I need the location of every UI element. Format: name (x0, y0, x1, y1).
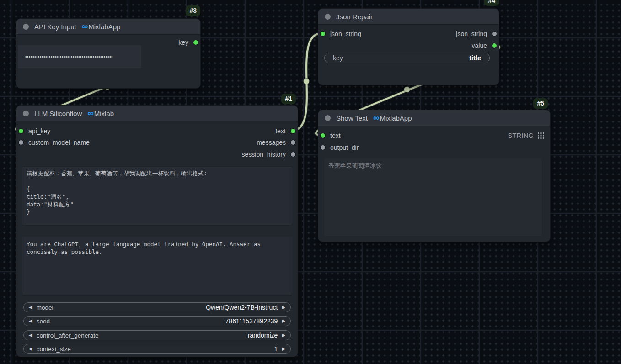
node-header[interactable]: LLM Siliconflow ∞ Mixlab (16, 106, 298, 121)
widget-key[interactable]: key title (324, 53, 490, 63)
increment-arrow-icon[interactable]: ▶ (282, 305, 285, 310)
input-port-text[interactable] (321, 133, 325, 138)
mixlab-infinity-icon: ∞ (82, 23, 88, 30)
node-header[interactable]: API Key Input ∞ MixlabApp (16, 19, 200, 35)
decrement-arrow-icon[interactable]: ◀ (29, 347, 32, 351)
mixlab-infinity-icon: ∞ (373, 115, 380, 121)
collapse-dot-icon[interactable] (23, 111, 29, 116)
collapse-dot-icon[interactable] (325, 14, 331, 20)
output-port-messages[interactable] (291, 140, 295, 145)
node-id-badge: #4 (484, 0, 499, 6)
output-row-session_history: session_history (242, 150, 296, 159)
input-port-api_key[interactable] (19, 129, 23, 133)
output-row-key: key (178, 38, 198, 47)
input-row-text: text (321, 131, 341, 140)
output-row-json_string: json_string (456, 29, 497, 38)
output-row-value: value (472, 41, 497, 50)
node-title: Json Repair (336, 13, 373, 21)
decrement-arrow-icon[interactable]: ◀ (29, 333, 32, 338)
node-title: Show Text (336, 114, 368, 122)
input-port-json_string[interactable] (321, 32, 325, 36)
api-key-password-field[interactable] (18, 45, 141, 68)
collapse-dot-icon[interactable] (23, 24, 29, 30)
output-port-text[interactable] (291, 129, 295, 133)
decrement-arrow-icon[interactable]: ◀ (29, 305, 32, 310)
output-port-key[interactable] (193, 40, 198, 45)
input-row-json_string: json_string (321, 29, 361, 38)
node-header[interactable]: Show Text ∞ MixlabApp (318, 110, 550, 126)
widget-model[interactable]: ◀ model Qwen/Qwen2-7B-Instruct ▶ (23, 302, 291, 312)
node-title: API Key Input (34, 23, 76, 31)
input-port-custom_model_name[interactable] (19, 140, 23, 145)
node-id-badge: #3 (186, 5, 200, 16)
widget-control_after_generate[interactable]: ◀ control_after_generate randomize ▶ (23, 330, 291, 340)
link-midpoint-dot (304, 79, 310, 84)
grid-output-icon (538, 132, 544, 139)
decrement-arrow-icon[interactable]: ◀ (29, 319, 32, 323)
show-text-output-textarea[interactable]: 香蕉苹果葡萄酒冰饮 (324, 158, 542, 237)
increment-arrow-icon[interactable]: ▶ (282, 333, 285, 338)
output-port-value[interactable] (492, 43, 497, 48)
node-title: LLM Siliconflow (34, 110, 82, 117)
increment-arrow-icon[interactable]: ▶ (282, 319, 285, 323)
input-row-output_dir: output_dir (321, 143, 359, 152)
collapse-dot-icon[interactable] (325, 115, 331, 121)
node-header[interactable]: Json Repair (318, 9, 499, 25)
node-id-badge: #1 (281, 94, 296, 104)
node-brand: ∞ Mixlab (87, 110, 114, 117)
input-row-custom_model_name: custom_model_name (19, 138, 90, 147)
output-port-json_string[interactable] (492, 32, 497, 36)
output-type-label: STRING (508, 132, 534, 139)
output-port-session_history[interactable] (291, 152, 295, 157)
system-prompt-textarea[interactable]: You are ChatGPT, a large language model … (22, 237, 292, 296)
output-row-messages: messages (257, 138, 295, 147)
increment-arrow-icon[interactable]: ▶ (282, 347, 285, 351)
widget-context_size[interactable]: ◀ context_size 1 ▶ (23, 344, 291, 354)
prompt-textarea[interactable]: 请根据配料：香蕉、苹果、葡萄酒等，帮我调配出一杯饮料，输出格式: { title… (22, 166, 292, 226)
mixlab-infinity-icon: ∞ (87, 110, 94, 116)
output-row-text: text (275, 127, 295, 136)
node-brand: ∞ MixlabApp (373, 114, 412, 122)
input-row-api_key: api_key (19, 127, 50, 136)
node-brand: ∞ MixlabApp (82, 23, 121, 31)
input-port-output_dir[interactable] (321, 145, 325, 150)
output-row-string: STRING (508, 131, 544, 140)
widget-seed[interactable]: ◀ seed 786111537892239 ▶ (23, 316, 291, 326)
node-graph-canvas[interactable]: #3 API Key Input ∞ MixlabApp key #4 Json… (0, 0, 621, 364)
node-show-text[interactable]: #5 Show Text ∞ MixlabApp text output_dir… (318, 110, 551, 242)
link-midpoint-dot (404, 87, 410, 93)
node-api-key-input[interactable]: #3 API Key Input ∞ MixlabApp key (16, 18, 201, 89)
node-id-badge: #5 (533, 98, 548, 109)
node-json-repair[interactable]: #4 Json Repair json_string json_string v… (318, 8, 499, 85)
node-llm-siliconflow[interactable]: #1 LLM Siliconflow ∞ Mixlab api_key cust… (16, 105, 298, 357)
